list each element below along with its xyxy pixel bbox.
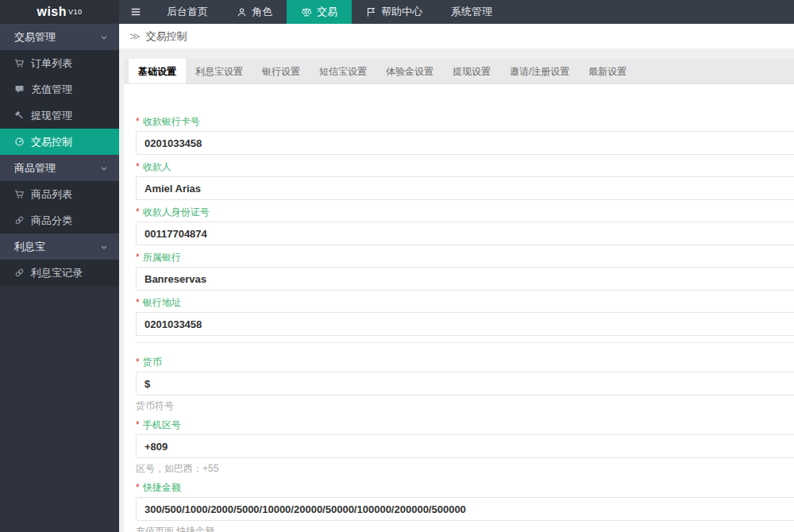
sidebar-group-trade-management[interactable]: 交易管理: [0, 24, 119, 50]
logo-text: wish: [37, 5, 67, 19]
sidebar-item-product-category[interactable]: 商品分类: [0, 207, 119, 233]
nav-item-roles[interactable]: 角色: [222, 0, 287, 24]
basic-settings-form: * 收款银行卡号 * 收款人 * 收款人身份证号: [124, 84, 794, 532]
cart-icon: [14, 58, 25, 68]
gavel-icon: [14, 110, 25, 121]
bank-name-input[interactable]: [136, 267, 794, 291]
sidebar-item-label: 提现管理: [31, 109, 72, 123]
field-bank-card-number: * 收款银行卡号: [136, 116, 794, 155]
phone-area-code-input[interactable]: [136, 434, 794, 458]
payee-name-input[interactable]: [136, 176, 794, 200]
hamburger-icon: [130, 6, 141, 17]
tab-bank-settings[interactable]: 银行设置: [252, 59, 310, 83]
chevron-down-icon: [99, 164, 109, 173]
sidebar-item-label: 利息宝记录: [31, 266, 83, 280]
tab-withdraw-settings[interactable]: 提现设置: [443, 59, 500, 83]
chevron-down-icon: [99, 242, 109, 252]
flag-icon: [366, 7, 376, 17]
quick-amounts-input[interactable]: [136, 497, 794, 521]
field-label: * 快捷金额: [136, 482, 794, 493]
sidebar-item-label: 订单列表: [31, 56, 72, 71]
field-label: * 收款银行卡号: [136, 116, 794, 127]
payee-id-number-input[interactable]: [136, 222, 794, 245]
field-label: * 货币: [136, 357, 794, 368]
breadcrumb-current: 交易控制: [146, 29, 187, 44]
nav-item-label: 角色: [252, 5, 272, 19]
app-logo: wishV10: [0, 0, 119, 24]
sidebar-item-recharge-management[interactable]: 充值管理: [0, 76, 119, 102]
form-section-divider: [136, 342, 794, 343]
bank-address-input[interactable]: [136, 312, 794, 336]
tab-invite-register-settings[interactable]: 邀请/注册设置: [500, 59, 579, 83]
required-mark: *: [136, 118, 140, 125]
field-label: * 收款人身份证号: [136, 206, 794, 218]
sidebar-item-order-list[interactable]: 订单列表: [0, 50, 119, 76]
required-mark: *: [136, 208, 140, 216]
user-icon: [237, 7, 247, 17]
currency-input[interactable]: [136, 372, 794, 395]
tab-latest-settings[interactable]: 最新设置: [579, 59, 636, 83]
cart-icon: [14, 189, 25, 199]
sidebar-item-label: 交易控制: [31, 135, 72, 149]
sidebar: 交易管理 订单列表 充值管理 提现管理 交易控制 商品管理: [0, 24, 119, 532]
link-icon: [14, 215, 25, 226]
field-label: * 手机区号: [136, 419, 794, 430]
field-label: * 银行地址: [136, 297, 794, 308]
sidebar-item-interest-records[interactable]: 利息宝记录: [0, 260, 119, 286]
sidebar-group-label: 交易管理: [14, 30, 56, 44]
sidebar-item-label: 充值管理: [31, 83, 72, 97]
tab-sms-settings[interactable]: 短信宝设置: [310, 59, 376, 83]
field-label: * 所属银行: [136, 252, 794, 263]
required-mark: *: [136, 253, 140, 261]
breadcrumb-symbol: ≫: [129, 30, 141, 42]
tab-basic-settings[interactable]: 基础设置: [129, 59, 186, 83]
settings-card: 基础设置 利息宝设置 银行设置 短信宝设置 体验金设置 提现设置 邀请/注册设置…: [124, 59, 794, 532]
field-bank-address: * 银行地址: [136, 297, 794, 336]
scales-icon: [301, 6, 312, 17]
field-hint: 货币符号: [136, 399, 794, 413]
nav-item-label: 后台首页: [167, 5, 208, 19]
field-hint: 区号，如巴西：+55: [136, 462, 794, 476]
tab-trial-fund-settings[interactable]: 体验金设置: [376, 59, 443, 83]
required-mark: *: [136, 421, 140, 429]
sidebar-group-interest-treasure[interactable]: 利息宝: [0, 233, 119, 260]
breadcrumb: ≫ 交易控制: [119, 24, 794, 48]
sidebar-item-trade-control[interactable]: 交易控制: [0, 129, 119, 155]
field-payee-id-number: * 收款人身份证号: [136, 206, 794, 245]
sidebar-item-label: 商品分类: [31, 214, 72, 228]
field-phone-area-code: * 手机区号 区号，如巴西：+55: [136, 419, 794, 476]
required-mark: *: [136, 484, 140, 492]
nav-item-trade[interactable]: 交易: [287, 0, 352, 24]
top-navbar: wishV10 后台首页 角色 交易 帮助中心 系统管理: [0, 0, 794, 24]
sidebar-group-product-management[interactable]: 商品管理: [0, 155, 119, 181]
chevron-down-icon: [99, 33, 109, 42]
nav-item-label: 系统管理: [451, 5, 492, 19]
required-mark: *: [136, 163, 140, 171]
link-icon: [14, 268, 25, 278]
field-bank-name: * 所属银行: [136, 252, 794, 291]
logo-version: V10: [68, 8, 83, 16]
bank-card-number-input[interactable]: [136, 131, 794, 155]
sidebar-item-product-list[interactable]: 商品列表: [0, 181, 119, 207]
tab-interest-settings[interactable]: 利息宝设置: [186, 59, 252, 83]
gauge-icon: [14, 137, 25, 147]
required-mark: *: [136, 358, 140, 366]
field-hint: 充值页面 快捷金额: [136, 525, 794, 532]
sidebar-group-label: 利息宝: [14, 240, 45, 254]
field-currency: * 货币 货币符号: [136, 357, 794, 413]
sidebar-item-label: 商品列表: [31, 187, 72, 202]
nav-item-label: 帮助中心: [381, 5, 422, 19]
nav-item-help-center[interactable]: 帮助中心: [352, 0, 437, 24]
sidebar-item-withdraw-management[interactable]: 提现管理: [0, 102, 119, 129]
comment-icon: [14, 84, 25, 94]
nav-item-system[interactable]: 系统管理: [437, 0, 507, 24]
sidebar-group-label: 商品管理: [14, 161, 56, 175]
settings-tabbar: 基础设置 利息宝设置 银行设置 短信宝设置 体验金设置 提现设置 邀请/注册设置…: [124, 59, 794, 84]
nav-item-dashboard[interactable]: 后台首页: [152, 0, 222, 24]
tab-panel-basic-settings: * 收款银行卡号 * 收款人 * 收款人身份证号: [124, 84, 794, 532]
main-content: ≫ 交易控制 基础设置 利息宝设置 银行设置 短信宝设置 体验金设置 提现设置 …: [119, 24, 794, 532]
nav-item-label: 交易: [317, 5, 337, 19]
required-mark: *: [136, 299, 140, 306]
sidebar-toggle-button[interactable]: [119, 0, 152, 24]
field-payee-name: * 收款人: [136, 161, 794, 200]
